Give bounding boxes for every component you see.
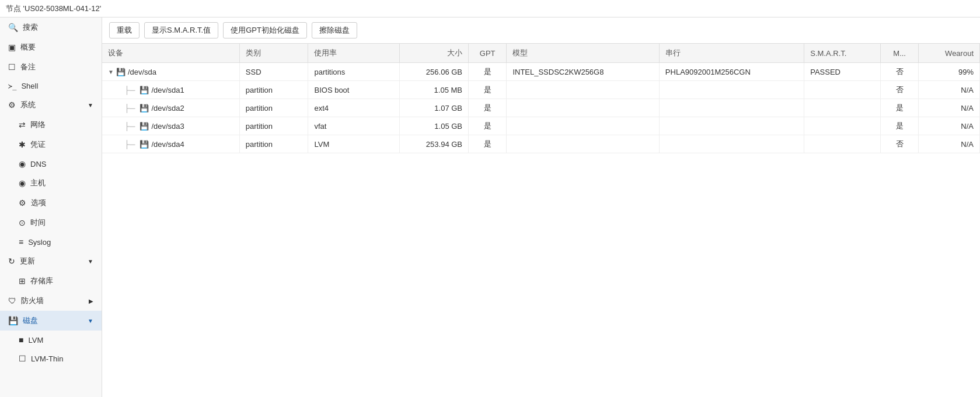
sidebar-item-label: 搜索 (23, 22, 38, 33)
cell-serial: PHLA9092001M256CGN (659, 63, 804, 81)
col-header-wearout: Wearout (919, 44, 980, 63)
gpt-init-button[interactable]: 使用GPT初始化磁盘 (223, 22, 307, 38)
lvm-thin-icon: ☐ (19, 354, 26, 363)
cell-type: partition (239, 99, 308, 117)
sidebar-item-network[interactable]: ⇄ 网络 (0, 115, 102, 135)
cell-model (507, 117, 659, 135)
table-row[interactable]: ├─💾/dev/sda1partitionBIOS boot1.05 MB是否N… (102, 81, 980, 99)
table-row[interactable]: ├─💾/dev/sda4partitionLVM253.94 GB是否N/A (102, 135, 980, 153)
cell-gpt: 是 (469, 63, 507, 81)
sidebar-item-options[interactable]: ⚙ 选项 (0, 193, 102, 213)
cell-m: 是 (880, 99, 918, 117)
sidebar-item-credentials[interactable]: ✱ 凭证 (0, 135, 102, 154)
cell-gpt: 是 (469, 81, 507, 99)
disk-table: 设备 类别 使用率 大小 GPT 模型 串行 S.M.A.R.T. M... W… (102, 44, 980, 153)
cell-usage: ext4 (308, 99, 400, 117)
lvm-icon: ■ (19, 335, 23, 345)
col-header-device: 设备 (102, 44, 239, 63)
sidebar-item-label: 磁盘 (23, 315, 38, 326)
cell-wearout: 99% (919, 63, 980, 81)
cell-gpt: 是 (469, 99, 507, 117)
sidebar-item-label: 时间 (30, 217, 46, 228)
sidebar-item-repos[interactable]: ⊞ 存储库 (0, 271, 102, 291)
cell-m: 否 (880, 63, 918, 81)
sidebar-item-label: LVM (28, 336, 43, 345)
disk-icon: 💾 (116, 68, 125, 76)
sidebar-item-updates[interactable]: ↻ 更新 ▼ (0, 251, 102, 271)
sidebar-item-label: 存储库 (30, 276, 53, 286)
wipe-button[interactable]: 擦除磁盘 (312, 22, 357, 38)
disk-table-container: 设备 类别 使用率 大小 GPT 模型 串行 S.M.A.R.T. M... W… (102, 44, 980, 397)
table-row[interactable]: ├─💾/dev/sda2partitionext41.07 GB是是N/A (102, 99, 980, 117)
cell-usage: vfat (308, 117, 400, 135)
updates-icon: ↻ (8, 257, 15, 266)
cell-usage: LVM (308, 135, 400, 153)
notes-icon: ☐ (8, 62, 16, 72)
table-row[interactable]: ▼💾/dev/sdaSSDpartitions256.06 GB是INTEL_S… (102, 63, 980, 81)
col-header-model: 模型 (507, 44, 659, 63)
smart-button[interactable]: 显示S.M.A.R.T.值 (144, 22, 218, 38)
cell-device: ├─💾/dev/sda1 (102, 81, 239, 99)
sidebar-item-shell[interactable]: ≻_ Shell (0, 77, 102, 95)
cell-device: ├─💾/dev/sda2 (102, 99, 239, 117)
partition-icon: 💾 (139, 86, 149, 94)
reload-button[interactable]: 重载 (109, 22, 139, 38)
col-header-type: 类别 (239, 44, 308, 63)
sidebar-item-syslog[interactable]: ≡ Syslog (0, 233, 102, 251)
sidebar-item-label: LVM-Thin (31, 354, 63, 363)
repos-icon: ⊞ (19, 276, 26, 286)
sidebar-item-time[interactable]: ⊙ 时间 (0, 213, 102, 233)
cell-type: SSD (239, 63, 308, 81)
expand-icon[interactable]: ▼ (108, 69, 114, 75)
cell-device: ├─💾/dev/sda3 (102, 117, 239, 135)
sidebar-item-lvm-thin[interactable]: ☐ LVM-Thin (0, 349, 102, 368)
cell-smart (804, 117, 881, 135)
sidebar-item-search[interactable]: 🔍 搜索 (0, 17, 102, 37)
cell-m: 否 (880, 81, 918, 99)
tree-line: ├─ (124, 104, 135, 113)
sidebar-item-system[interactable]: ⚙ 系统 ▼ (0, 95, 102, 115)
cell-type: partition (239, 81, 308, 99)
tree-line: ├─ (124, 86, 135, 94)
col-header-m: M... (880, 44, 918, 63)
partition-icon: 💾 (139, 122, 149, 131)
device-name: /dev/sda3 (151, 122, 184, 131)
cell-model (507, 135, 659, 153)
sidebar-item-disks[interactable]: 💾 磁盘 ▼ (0, 311, 102, 331)
network-icon: ⇄ (19, 120, 26, 129)
device-cell: ▼💾/dev/sda (108, 68, 233, 76)
sidebar-item-overview[interactable]: ▣ 概要 (0, 37, 102, 57)
col-header-gpt: GPT (469, 44, 507, 63)
cell-size: 253.94 GB (400, 135, 469, 153)
cell-m: 否 (880, 135, 918, 153)
cell-usage: BIOS boot (308, 81, 400, 99)
cell-usage: partitions (308, 63, 400, 81)
device-cell: ├─💾/dev/sda1 (108, 86, 233, 94)
main-layout: 🔍 搜索 ▣ 概要 ☐ 备注 ≻_ Shell ⚙ 系统 ▼ ⇄ 网络 ✱ 凭证 (0, 17, 980, 397)
partition-icon: 💾 (139, 140, 149, 149)
sidebar-item-dns[interactable]: ◉ DNS (0, 154, 102, 173)
sidebar-item-label: 系统 (20, 100, 36, 110)
table-row[interactable]: ├─💾/dev/sda3partitionvfat1.05 GB是是N/A (102, 117, 980, 135)
cell-smart (804, 135, 881, 153)
toolbar: 重载 显示S.M.A.R.T.值 使用GPT初始化磁盘 擦除磁盘 (102, 17, 980, 44)
chevron-down-icon: ▼ (88, 258, 93, 265)
host-icon: ◉ (19, 178, 26, 188)
top-bar: 节点 'US02-5038ML-041-12' (0, 0, 980, 17)
system-icon: ⚙ (8, 100, 16, 110)
sidebar-item-lvm[interactable]: ■ LVM (0, 331, 102, 349)
device-name: /dev/sda1 (151, 86, 184, 94)
cell-wearout: N/A (919, 135, 980, 153)
cell-gpt: 是 (469, 117, 507, 135)
sidebar: 🔍 搜索 ▣ 概要 ☐ 备注 ≻_ Shell ⚙ 系统 ▼ ⇄ 网络 ✱ 凭证 (0, 17, 102, 397)
sidebar-item-firewall[interactable]: 🛡 防火墙 ▶ (0, 291, 102, 311)
device-cell: ├─💾/dev/sda4 (108, 140, 233, 149)
sidebar-item-host[interactable]: ◉ 主机 (0, 173, 102, 193)
cell-smart (804, 99, 881, 117)
sidebar-item-notes[interactable]: ☐ 备注 (0, 57, 102, 77)
sidebar-item-label: 备注 (20, 62, 36, 72)
overview-icon: ▣ (8, 43, 16, 52)
sidebar-item-label: Shell (21, 82, 38, 90)
cell-device: ├─💾/dev/sda4 (102, 135, 239, 153)
chevron-right-icon: ▶ (89, 298, 93, 304)
